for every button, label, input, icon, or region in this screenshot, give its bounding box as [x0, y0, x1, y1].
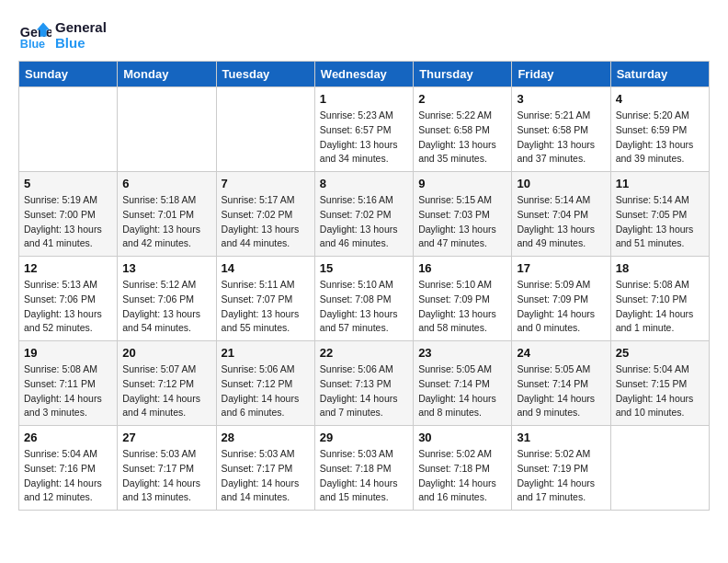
day-number: 8: [320, 177, 408, 190]
day-number: 2: [418, 92, 506, 106]
day-info: Sunrise: 5:04 AM Sunset: 7:16 PM Dayligh…: [24, 447, 112, 505]
day-info: Sunrise: 5:19 AM Sunset: 7:00 PM Dayligh…: [24, 193, 112, 251]
calendar-cell: 4Sunrise: 5:20 AM Sunset: 6:59 PM Daylig…: [610, 87, 709, 172]
day-number: 14: [222, 261, 310, 275]
day-number: 23: [418, 346, 506, 360]
calendar-cell: 19Sunrise: 5:08 AM Sunset: 7:11 PM Dayli…: [19, 341, 118, 426]
calendar-cell: [19, 87, 118, 172]
header-wednesday: Wednesday: [314, 62, 413, 87]
logo-blue: Blue: [55, 35, 107, 51]
calendar-cell: 17Sunrise: 5:09 AM Sunset: 7:09 PM Dayli…: [512, 257, 610, 341]
calendar-cell: 12Sunrise: 5:13 AM Sunset: 7:06 PM Dayli…: [19, 257, 118, 341]
calendar-cell: 3Sunrise: 5:21 AM Sunset: 6:58 PM Daylig…: [512, 87, 610, 172]
calendar-cell: [118, 87, 216, 172]
week-row-1: 1Sunrise: 5:23 AM Sunset: 6:57 PM Daylig…: [19, 87, 710, 172]
day-info: Sunrise: 5:20 AM Sunset: 6:59 PM Dayligh…: [616, 109, 704, 167]
calendar-cell: 16Sunrise: 5:10 AM Sunset: 7:09 PM Dayli…: [414, 257, 512, 341]
day-info: Sunrise: 5:18 AM Sunset: 7:01 PM Dayligh…: [122, 193, 210, 251]
calendar-cell: 9Sunrise: 5:15 AM Sunset: 7:03 PM Daylig…: [414, 172, 512, 257]
header-sunday: Sunday: [19, 62, 118, 87]
day-number: 24: [517, 346, 605, 360]
calendar-cell: 13Sunrise: 5:12 AM Sunset: 7:06 PM Dayli…: [118, 257, 216, 341]
header-tuesday: Tuesday: [216, 62, 314, 87]
day-number: 31: [517, 431, 605, 444]
day-info: Sunrise: 5:12 AM Sunset: 7:06 PM Dayligh…: [122, 278, 210, 336]
day-number: 28: [222, 431, 310, 444]
day-info: Sunrise: 5:11 AM Sunset: 7:07 PM Dayligh…: [222, 278, 310, 336]
day-info: Sunrise: 5:03 AM Sunset: 7:17 PM Dayligh…: [222, 447, 310, 505]
day-number: 10: [517, 177, 605, 190]
calendar-cell: [216, 87, 314, 172]
day-info: Sunrise: 5:03 AM Sunset: 7:17 PM Dayligh…: [122, 447, 210, 505]
day-info: Sunrise: 5:14 AM Sunset: 7:04 PM Dayligh…: [517, 193, 605, 251]
svg-text:Blue: Blue: [20, 38, 45, 51]
calendar-cell: 7Sunrise: 5:17 AM Sunset: 7:02 PM Daylig…: [216, 172, 314, 257]
calendar-table: SundayMondayTuesdayWednesdayThursdayFrid…: [18, 61, 710, 511]
day-number: 30: [418, 431, 506, 444]
calendar-cell: 15Sunrise: 5:10 AM Sunset: 7:08 PM Dayli…: [314, 257, 413, 341]
day-info: Sunrise: 5:06 AM Sunset: 7:12 PM Dayligh…: [222, 362, 310, 420]
calendar-cell: 23Sunrise: 5:05 AM Sunset: 7:14 PM Dayli…: [414, 341, 512, 426]
day-number: 19: [24, 346, 112, 360]
day-info: Sunrise: 5:04 AM Sunset: 7:15 PM Dayligh…: [616, 362, 704, 420]
header-saturday: Saturday: [610, 62, 709, 87]
calendar-cell: 31Sunrise: 5:02 AM Sunset: 7:19 PM Dayli…: [512, 426, 610, 511]
header-thursday: Thursday: [414, 62, 512, 87]
header-friday: Friday: [512, 62, 610, 87]
day-number: 12: [24, 261, 112, 275]
logo-icon: General Blue: [18, 18, 51, 52]
day-info: Sunrise: 5:05 AM Sunset: 7:14 PM Dayligh…: [517, 362, 605, 420]
calendar-cell: 14Sunrise: 5:11 AM Sunset: 7:07 PM Dayli…: [216, 257, 314, 341]
calendar-cell: 20Sunrise: 5:07 AM Sunset: 7:12 PM Dayli…: [118, 341, 216, 426]
calendar-cell: [610, 426, 709, 511]
calendar-cell: 27Sunrise: 5:03 AM Sunset: 7:17 PM Dayli…: [118, 426, 216, 511]
calendar-cell: 26Sunrise: 5:04 AM Sunset: 7:16 PM Dayli…: [19, 426, 118, 511]
day-number: 20: [122, 346, 210, 360]
page-header: General Blue General Blue: [18, 18, 710, 52]
calendar-cell: 30Sunrise: 5:02 AM Sunset: 7:18 PM Dayli…: [414, 426, 512, 511]
day-number: 4: [616, 92, 704, 106]
day-info: Sunrise: 5:05 AM Sunset: 7:14 PM Dayligh…: [418, 362, 506, 420]
day-info: Sunrise: 5:07 AM Sunset: 7:12 PM Dayligh…: [122, 362, 210, 420]
day-number: 17: [517, 261, 605, 275]
header-row: SundayMondayTuesdayWednesdayThursdayFrid…: [19, 62, 710, 87]
day-number: 29: [320, 431, 408, 444]
day-info: Sunrise: 5:03 AM Sunset: 7:18 PM Dayligh…: [320, 447, 408, 505]
day-number: 25: [616, 346, 704, 360]
day-info: Sunrise: 5:14 AM Sunset: 7:05 PM Dayligh…: [616, 193, 704, 251]
day-info: Sunrise: 5:10 AM Sunset: 7:08 PM Dayligh…: [320, 278, 408, 336]
week-row-5: 26Sunrise: 5:04 AM Sunset: 7:16 PM Dayli…: [19, 426, 710, 511]
day-info: Sunrise: 5:02 AM Sunset: 7:19 PM Dayligh…: [517, 447, 605, 505]
day-info: Sunrise: 5:22 AM Sunset: 6:58 PM Dayligh…: [418, 109, 506, 167]
day-info: Sunrise: 5:09 AM Sunset: 7:09 PM Dayligh…: [517, 278, 605, 336]
header-monday: Monday: [118, 62, 216, 87]
day-number: 9: [418, 177, 506, 190]
week-row-4: 19Sunrise: 5:08 AM Sunset: 7:11 PM Dayli…: [19, 341, 710, 426]
calendar-cell: 6Sunrise: 5:18 AM Sunset: 7:01 PM Daylig…: [118, 172, 216, 257]
day-info: Sunrise: 5:23 AM Sunset: 6:57 PM Dayligh…: [320, 109, 408, 167]
day-info: Sunrise: 5:13 AM Sunset: 7:06 PM Dayligh…: [24, 278, 112, 336]
day-info: Sunrise: 5:08 AM Sunset: 7:10 PM Dayligh…: [616, 278, 704, 336]
day-number: 21: [222, 346, 310, 360]
calendar-cell: 29Sunrise: 5:03 AM Sunset: 7:18 PM Dayli…: [314, 426, 413, 511]
day-number: 26: [24, 431, 112, 444]
day-info: Sunrise: 5:02 AM Sunset: 7:18 PM Dayligh…: [418, 447, 506, 505]
week-row-3: 12Sunrise: 5:13 AM Sunset: 7:06 PM Dayli…: [19, 257, 710, 341]
calendar-cell: 8Sunrise: 5:16 AM Sunset: 7:02 PM Daylig…: [314, 172, 413, 257]
calendar-cell: 28Sunrise: 5:03 AM Sunset: 7:17 PM Dayli…: [216, 426, 314, 511]
day-number: 22: [320, 346, 408, 360]
day-info: Sunrise: 5:06 AM Sunset: 7:13 PM Dayligh…: [320, 362, 408, 420]
calendar-cell: 11Sunrise: 5:14 AM Sunset: 7:05 PM Dayli…: [610, 172, 709, 257]
day-number: 27: [122, 431, 210, 444]
logo: General Blue General Blue: [18, 18, 107, 52]
calendar-cell: 24Sunrise: 5:05 AM Sunset: 7:14 PM Dayli…: [512, 341, 610, 426]
day-info: Sunrise: 5:15 AM Sunset: 7:03 PM Dayligh…: [418, 193, 506, 251]
calendar-cell: 21Sunrise: 5:06 AM Sunset: 7:12 PM Dayli…: [216, 341, 314, 426]
day-info: Sunrise: 5:16 AM Sunset: 7:02 PM Dayligh…: [320, 193, 408, 251]
day-number: 7: [222, 177, 310, 190]
day-number: 18: [616, 261, 704, 275]
day-number: 3: [517, 92, 605, 106]
logo-general: General: [55, 19, 107, 35]
day-info: Sunrise: 5:17 AM Sunset: 7:02 PM Dayligh…: [222, 193, 310, 251]
day-info: Sunrise: 5:21 AM Sunset: 6:58 PM Dayligh…: [517, 109, 605, 167]
